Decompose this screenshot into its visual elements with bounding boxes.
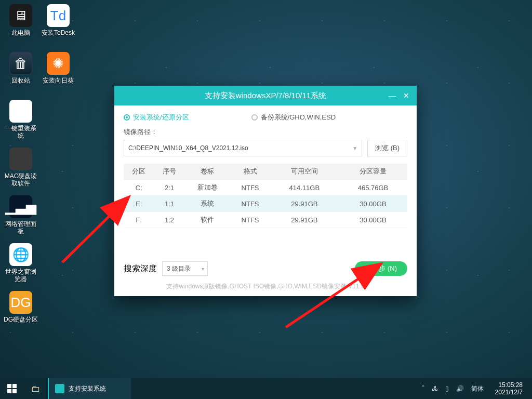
chevron-down-icon: ▼	[352, 145, 357, 151]
column-header: 卷标	[184, 164, 230, 180]
desktop-icon-此电脑[interactable]: 🖥此电脑	[3, 4, 39, 46]
g-dg-icon: DG	[9, 291, 32, 314]
desktop-icon-回收站[interactable]: 🗑回收站	[3, 52, 39, 94]
tray-chevron-up-icon[interactable]: ˆ	[422, 385, 424, 392]
g-mac-icon	[9, 148, 32, 170]
desktop-icon-MAC硬盘读取软件[interactable]: MAC硬盘读取软件	[3, 148, 39, 189]
footer-hint: 支持windows原版镜像,GHOST ISO镜像,GHO,WIM,ESD镜像安…	[124, 282, 407, 291]
desktop: 🖥此电脑Td安装ToDesk🗑回收站✺安装向日葵↻一键重装系统MAC硬盘读取软件…	[0, 0, 532, 378]
partition-row-C[interactable]: C:2:1新加卷NTFS414.11GB465.76GB	[124, 180, 407, 196]
windows-logo-icon	[7, 384, 17, 393]
column-header: 可用空间	[270, 164, 339, 180]
search-depth-label: 搜索深度	[124, 263, 157, 274]
tab-backup[interactable]: 备份系统/GHO,WIN,ESD	[251, 113, 336, 122]
search-depth-select[interactable]: 3 级目录	[162, 261, 208, 276]
network-icon[interactable]: 🖧	[432, 385, 438, 392]
g-browser-icon: 🌐	[9, 243, 32, 266]
clock[interactable]: 15:05:28 2021/12/7	[491, 381, 527, 396]
desktop-icon-网络管理面板[interactable]: ▁▃▅网络管理面板	[3, 195, 39, 237]
app-icon	[55, 384, 64, 393]
tab-install-restore[interactable]: 安装系统/还原分区	[124, 113, 189, 122]
minimize-button[interactable]: —	[389, 91, 396, 100]
window-title: 支持安装windowsXP/7/8/10/11系统	[205, 91, 326, 101]
title-bar: 支持安装windowsXP/7/8/10/11系统 — ✕	[114, 86, 417, 105]
radio-on-icon	[124, 114, 130, 121]
next-button[interactable]: 下一步 (N)	[355, 261, 407, 276]
desktop-icon-安装ToDesk[interactable]: Td安装ToDesk	[40, 4, 76, 46]
volume-icon[interactable]: 🔊	[456, 385, 464, 392]
system-tray: ˆ 🖧 ▯ 🔊 简体 15:05:28 2021/12/7	[417, 381, 532, 396]
start-button[interactable]	[0, 378, 24, 399]
ime-indicator[interactable]: 简体	[471, 384, 484, 393]
g-net-icon: ▁▃▅	[9, 195, 32, 218]
file-explorer-button[interactable]: 🗀	[24, 378, 48, 399]
desktop-icon-安装向日葵[interactable]: ✺安装向日葵	[40, 52, 76, 94]
radio-off-icon	[251, 114, 258, 121]
g-todesk-icon: Td	[47, 4, 70, 27]
g-reinst-icon: ↻	[9, 100, 32, 123]
desktop-icon-DG硬盘分区[interactable]: DGDG硬盘分区	[3, 291, 39, 332]
image-path-value: C:\DEEPIN_WIN10_X64_Q8_V2021.12.iso	[128, 144, 248, 152]
partition-row-F[interactable]: F:1:2软件NTFS29.91GB30.00GB	[124, 212, 407, 228]
taskbar: 🗀 支持安装系统 ˆ 🖧 ▯ 🔊 简体 15:05:28 2021/12/7	[0, 378, 532, 399]
g-pc-icon: 🖥	[9, 4, 32, 27]
close-button[interactable]: ✕	[403, 91, 409, 100]
column-header: 格式	[230, 164, 270, 180]
installer-window: 支持安装windowsXP/7/8/10/11系统 — ✕ 安装系统/还原分区 …	[114, 86, 417, 296]
g-sun-icon: ✺	[47, 52, 70, 75]
partition-row-E[interactable]: E:1:1系统NTFS29.91GB30.00GB	[124, 196, 407, 212]
desktop-icon-世界之窗浏览器[interactable]: 🌐世界之窗浏览器	[3, 243, 39, 285]
column-header: 分区	[124, 164, 154, 180]
image-path-label: 镜像路径：	[124, 127, 407, 137]
folder-icon: 🗀	[31, 383, 41, 394]
column-header: 序号	[154, 164, 185, 180]
desktop-icon-一键重装系统[interactable]: ↻一键重装系统	[3, 100, 39, 141]
partition-table: 分区序号卷标格式可用空间分区容量 C:2:1新加卷NTFS414.11GB465…	[124, 164, 407, 228]
g-bin-icon: 🗑	[9, 52, 32, 75]
browse-button[interactable]: 浏览 (B)	[367, 140, 407, 156]
battery-icon[interactable]: ▯	[445, 385, 449, 392]
column-header: 分区容量	[339, 164, 407, 180]
taskbar-task-installer[interactable]: 支持安装系统	[48, 378, 131, 399]
image-path-combo[interactable]: C:\DEEPIN_WIN10_X64_Q8_V2021.12.iso ▼	[124, 140, 362, 156]
